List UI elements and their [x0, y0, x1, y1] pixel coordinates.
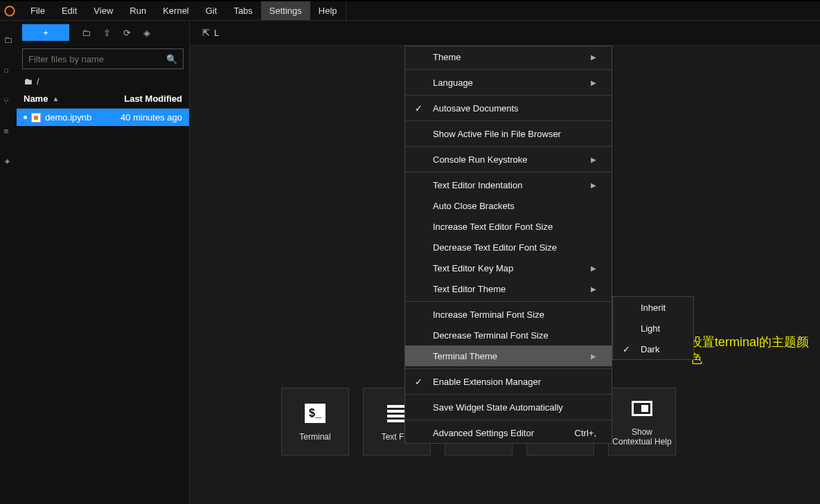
- breadcrumb-root: /: [37, 76, 39, 87]
- menu-console-run[interactable]: Console Run Keystroke▶: [405, 149, 612, 170]
- menu-view[interactable]: View: [85, 1, 121, 20]
- extensions-icon[interactable]: ✦: [3, 156, 13, 166]
- menu-inc-text[interactable]: Increase Text Editor Font Size: [405, 216, 612, 237]
- settings-dropdown: Theme▶ Language▶ ✓Autosave Documents Sho…: [404, 46, 612, 444]
- launcher-tab-icon: ⇱: [202, 28, 210, 38]
- git-toolbar-icon[interactable]: ◈: [143, 28, 150, 38]
- menu-language[interactable]: Language▶: [405, 72, 612, 93]
- launcher-help[interactable]: Show Contextual Help: [608, 388, 676, 456]
- new-launcher-button[interactable]: +: [22, 24, 69, 41]
- check-icon: ✓: [415, 103, 422, 114]
- menu-dec-term[interactable]: Decrease Terminal Font Size: [405, 325, 612, 345]
- menu-auto-close[interactable]: Auto Close Brackets: [405, 195, 612, 216]
- chevron-right-icon: ▶: [591, 285, 596, 293]
- chevron-right-icon: ▶: [591, 156, 596, 163]
- menu-autosave[interactable]: ✓Autosave Documents: [405, 98, 612, 118]
- menu-kernel[interactable]: Kernel: [154, 1, 197, 20]
- check-icon: ✓: [623, 344, 630, 354]
- menu-show-active[interactable]: Show Active File in File Browser: [405, 123, 612, 144]
- chevron-right-icon: ▶: [591, 79, 596, 87]
- col-name-label[interactable]: Name: [24, 93, 48, 104]
- launcher-tab-label: L: [214, 28, 219, 38]
- new-folder-icon[interactable]: 🗀: [82, 28, 91, 38]
- launcher-terminal[interactable]: $_ Terminal: [281, 388, 349, 456]
- menu-ext-mgr[interactable]: ✓Enable Extension Manager: [405, 371, 612, 392]
- file-filter[interactable]: 🔍: [22, 48, 184, 69]
- annotation-text: 设置terminal的主题颜色: [690, 334, 820, 367]
- file-browser: + 🗀 ⇧ ⟳ ◈ 🔍 🖿 / Name ▲ Last Modified: [17, 21, 190, 504]
- running-dot-icon: [24, 116, 27, 119]
- menu-adv[interactable]: Advanced Settings EditorCtrl+,: [405, 422, 612, 443]
- jupyter-logo: [4, 6, 15, 17]
- notebook-icon: [31, 113, 41, 123]
- folder-icon[interactable]: 🗀: [3, 35, 13, 44]
- git-icon[interactable]: ⑂: [3, 96, 13, 105]
- file-list-header: Name ▲ Last Modified: [17, 89, 189, 109]
- terminal-icon: $_: [305, 404, 326, 423]
- tab-bar: ⇱ L: [190, 21, 820, 46]
- running-icon[interactable]: ○: [3, 65, 13, 75]
- check-icon: ✓: [415, 377, 422, 387]
- svg-point-0: [5, 6, 14, 15]
- toc-icon[interactable]: ≡: [3, 126, 13, 136]
- card-label: Terminal: [299, 432, 330, 442]
- menu-keymap[interactable]: Text Editor Key Map▶: [405, 258, 612, 278]
- menu-text-indent[interactable]: Text Editor Indentation▶: [405, 174, 612, 195]
- menu-git[interactable]: Git: [197, 1, 226, 20]
- breadcrumb[interactable]: 🖿 /: [17, 73, 189, 89]
- sort-asc-icon: ▲: [52, 95, 59, 102]
- file-modified: 40 minutes ago: [121, 112, 182, 123]
- folder-icon: 🖿: [24, 76, 33, 87]
- upload-icon[interactable]: ⇧: [103, 28, 111, 38]
- menu-theme[interactable]: Theme▶: [405, 46, 612, 67]
- activity-bar: 🗀 ○ ⑂ ≡ ✦: [0, 21, 17, 504]
- menu-terminal-theme[interactable]: Terminal Theme▶: [405, 345, 612, 366]
- plus-icon: +: [43, 28, 48, 38]
- theme-light[interactable]: Light: [613, 318, 693, 339]
- menubar: File Edit View Run Kernel Git Tabs Setti…: [0, 0, 820, 21]
- menu-inc-term[interactable]: Increase Terminal Font Size: [405, 304, 612, 325]
- search-icon: 🔍: [166, 54, 177, 64]
- chevron-right-icon: ▶: [591, 181, 596, 189]
- menu-settings[interactable]: Settings: [261, 1, 310, 20]
- adv-shortcut: Ctrl+,: [575, 428, 596, 438]
- menu-file[interactable]: File: [22, 1, 53, 20]
- launcher-tab[interactable]: ⇱ L: [195, 21, 226, 45]
- menu-edit[interactable]: Edit: [53, 1, 85, 20]
- chevron-right-icon: ▶: [591, 264, 596, 272]
- col-modified-label[interactable]: Last Modified: [124, 93, 182, 104]
- theme-dark[interactable]: ✓Dark: [613, 339, 693, 359]
- file-name: demo.ipynb: [45, 112, 91, 123]
- contextual-help-icon: [632, 401, 652, 416]
- theme-inherit[interactable]: Inherit: [613, 297, 693, 318]
- chevron-right-icon: ▶: [591, 352, 596, 360]
- main-area: ⇱ L Theme▶ Language▶ ✓Autosave Documents…: [190, 21, 820, 504]
- file-row[interactable]: demo.ipynb 40 minutes ago: [17, 109, 189, 126]
- menu-text-theme[interactable]: Text Editor Theme▶: [405, 278, 612, 299]
- menu-save-widget[interactable]: Save Widget State Automatically: [405, 397, 612, 417]
- file-filter-input[interactable]: [28, 54, 166, 64]
- terminal-theme-submenu: Inherit Light ✓Dark: [612, 296, 694, 360]
- menu-run[interactable]: Run: [121, 1, 154, 20]
- menu-help[interactable]: Help: [310, 1, 346, 20]
- textfile-icon: [387, 405, 407, 422]
- chevron-right-icon: ▶: [591, 53, 596, 61]
- menu-tabs[interactable]: Tabs: [225, 1, 260, 20]
- menu-dec-text[interactable]: Decrease Text Editor Font Size: [405, 237, 612, 258]
- card-label: Show Contextual Help: [612, 427, 672, 447]
- refresh-icon[interactable]: ⟳: [123, 28, 131, 38]
